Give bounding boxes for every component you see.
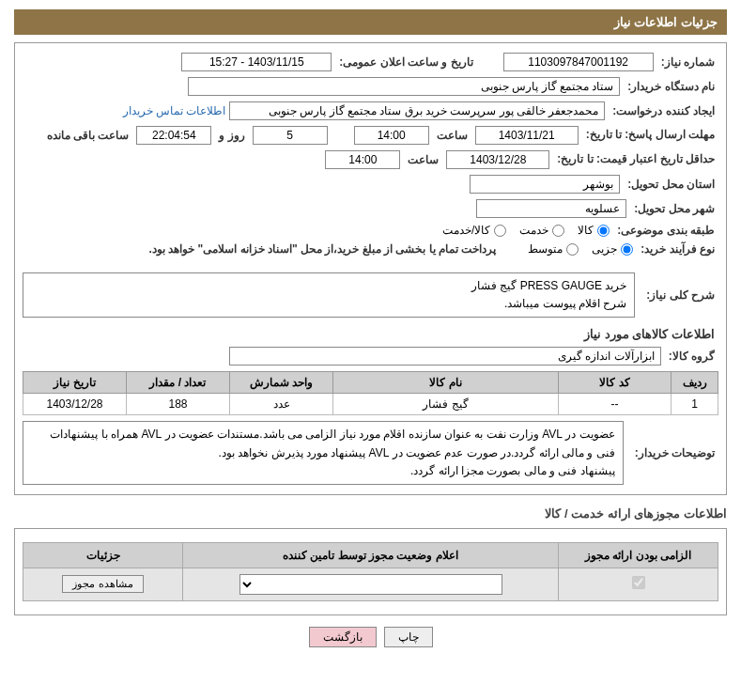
- th-details: جزئیات: [23, 542, 183, 568]
- announce-datetime-value: 1403/11/15 - 15:27: [181, 53, 332, 71]
- th-name: نام کالا: [333, 372, 559, 394]
- cell-qty: 188: [127, 394, 230, 415]
- status-select[interactable]: [239, 574, 502, 595]
- cell-unit: عدد: [230, 394, 333, 415]
- th-row: ردیف: [672, 372, 718, 394]
- cell-name: گیج فشار: [333, 394, 559, 415]
- cell-code: --: [559, 394, 672, 415]
- radio-goods[interactable]: کالا: [578, 224, 610, 237]
- general-desc-value: خرید PRESS GAUGE گیج فشار شرح اقلام پیوس…: [23, 272, 635, 318]
- license-table: الزامی بودن ارائه مجوز اعلام وضعیت مجوز …: [23, 542, 718, 601]
- need-number-value: 1103097847001192: [503, 53, 654, 71]
- radio-medium-label: متوسط: [528, 242, 563, 256]
- view-license-button[interactable]: مشاهده مجوز: [62, 575, 143, 593]
- table-header-row: ردیف کد کالا نام کالا واحد شمارش تعداد /…: [23, 372, 718, 394]
- time-label-2: ساعت: [404, 153, 442, 166]
- general-desc-label: شرح کلی نیاز:: [642, 288, 718, 302]
- radio-goods-label: کالا: [578, 224, 594, 237]
- purchase-process-label: نوع فرآیند خرید:: [637, 242, 718, 256]
- delivery-province-label: استان محل تحویل:: [624, 178, 718, 191]
- requester-label: ایجاد کننده درخواست:: [609, 104, 718, 117]
- time-label-1: ساعت: [433, 129, 471, 142]
- need-number-label: شماره نیاز:: [657, 55, 718, 69]
- buyer-notes-label: توضیحات خریدار:: [631, 446, 718, 459]
- radio-medium-input[interactable]: [566, 243, 579, 256]
- goods-info-heading: اطلاعات کالاهای مورد نیاز: [26, 327, 715, 341]
- th-code: کد کالا: [559, 372, 672, 394]
- goods-table: ردیف کد کالا نام کالا واحد شمارش تعداد /…: [23, 371, 718, 415]
- delivery-province-value: بوشهر: [470, 175, 620, 194]
- cell-need-date: 1403/12/28: [23, 394, 127, 415]
- radio-goods-service[interactable]: کالا/خدمت: [442, 224, 506, 237]
- price-validity-label: حداقل تاریخ اعتبار قیمت: تا تاریخ:: [553, 152, 718, 167]
- buyer-contact-link[interactable]: اطلاعات تماس خریدار: [123, 104, 226, 117]
- cell-details: مشاهده مجوز: [23, 568, 183, 600]
- th-unit: واحد شمارش: [230, 372, 333, 394]
- table-row: 1 -- گیج فشار عدد 188 1403/12/28: [23, 394, 718, 415]
- radio-service-input[interactable]: [552, 225, 564, 237]
- license-header-row: الزامی بودن ارائه مجوز اعلام وضعیت مجوز …: [23, 542, 718, 568]
- subject-class-radios: کالا خدمت کالا/خدمت: [442, 224, 610, 237]
- purchase-process-radios: جزیی متوسط: [528, 242, 633, 256]
- license-heading: اطلاعات مجوزهای ارائه خدمت / کالا: [14, 506, 727, 521]
- th-need-date: تاریخ نیاز: [23, 372, 127, 394]
- buyer-org-label: نام دستگاه خریدار:: [624, 80, 718, 93]
- license-section: الزامی بودن ارائه مجوز اعلام وضعیت مجوز …: [14, 528, 727, 615]
- buyer-org-value: ستاد مجتمع گاز پارس جنوبی: [188, 77, 620, 96]
- radio-minor-input[interactable]: [621, 243, 633, 256]
- goods-group-label: گروه کالا:: [665, 350, 718, 363]
- license-row: مشاهده مجوز: [23, 568, 718, 600]
- main-form: شماره نیاز: 1103097847001192 تاریخ و ساع…: [14, 42, 727, 495]
- th-status: اعلام وضعیت مجوز توسط تامین کننده: [183, 542, 559, 568]
- button-row: چاپ بازگشت: [14, 627, 727, 647]
- price-validity-date: 1403/12/28: [446, 150, 549, 169]
- cell-mandatory: [559, 568, 718, 600]
- th-mandatory: الزامی بودن ارائه مجوز: [559, 542, 718, 568]
- requester-value: محمدجعفر خالقی پور سرپرست خرید برق ستاد …: [229, 101, 605, 120]
- back-button[interactable]: بازگشت: [309, 627, 377, 647]
- response-deadline-label: مهلت ارسال پاسخ: تا تاریخ:: [582, 128, 718, 143]
- payment-note: پرداخت تمام یا بخشی از مبلغ خرید،از محل …: [149, 242, 502, 256]
- countdown-value: 22:04:54: [136, 126, 211, 145]
- delivery-city-label: شهر محل تحویل:: [630, 202, 718, 215]
- cell-status: [183, 568, 559, 600]
- radio-medium[interactable]: متوسط: [528, 242, 579, 256]
- radio-service[interactable]: خدمت: [519, 224, 564, 237]
- buyer-notes-value: عضویت در AVL وزارت نفت به عنوان سازنده ا…: [23, 421, 624, 485]
- days-and-label: روز و: [215, 129, 248, 142]
- delivery-city-value: عسلویه: [476, 199, 626, 218]
- remaining-label: ساعت باقی مانده: [43, 129, 133, 142]
- price-validity-time: 14:00: [325, 150, 400, 169]
- print-button[interactable]: چاپ: [384, 627, 433, 647]
- radio-minor-label: جزیی: [592, 242, 617, 256]
- mandatory-checkbox: [632, 576, 645, 589]
- radio-goods-service-label: کالا/خدمت: [442, 224, 490, 237]
- page-title: جزئیات اطلاعات نیاز: [14, 9, 727, 35]
- response-deadline-time: 14:00: [354, 126, 429, 145]
- radio-minor[interactable]: جزیی: [592, 242, 633, 256]
- response-deadline-date: 1403/11/21: [475, 126, 579, 145]
- radio-service-label: خدمت: [519, 224, 548, 237]
- days-remaining: 5: [253, 126, 328, 145]
- th-qty: تعداد / مقدار: [127, 372, 230, 394]
- announce-datetime-label: تاریخ و ساعت اعلان عمومی:: [335, 55, 476, 69]
- goods-group-value: ابزارآلات اندازه گیری: [229, 347, 661, 366]
- subject-class-label: طبقه بندی موضوعی:: [613, 224, 718, 237]
- radio-goods-input[interactable]: [597, 225, 610, 237]
- cell-row: 1: [672, 394, 718, 415]
- radio-goods-service-input[interactable]: [494, 225, 506, 237]
